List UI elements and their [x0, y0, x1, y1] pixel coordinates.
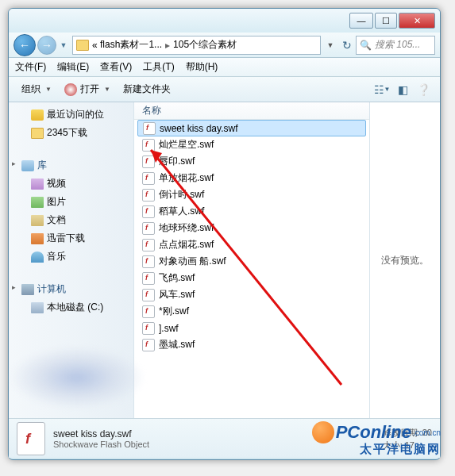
sidebar-item-music[interactable]: 音乐: [9, 248, 133, 266]
file-name-label: 单放烟花.swf: [159, 171, 214, 185]
menu-help[interactable]: 帮助(H): [186, 60, 218, 74]
file-row[interactable]: 倒计时.swf: [134, 186, 369, 203]
search-icon: 🔍: [360, 40, 372, 51]
computer-icon: [21, 284, 34, 295]
file-type-icon: [17, 422, 45, 455]
menu-tools[interactable]: 工具(T): [143, 60, 174, 74]
recent-icon: [31, 109, 44, 121]
file-row[interactable]: 单放烟花.swf: [134, 170, 369, 186]
file-name-label: 墨城.swf: [159, 338, 195, 351]
file-name-label: 倒计时.swf: [159, 188, 204, 202]
breadcrumb-2[interactable]: 105个综合素材: [173, 38, 237, 52]
swf-file-icon: [142, 205, 155, 218]
help-button[interactable]: ❔: [413, 81, 434, 98]
sidebar-item-computer[interactable]: ▸计算机: [9, 280, 133, 298]
minimize-button[interactable]: —: [349, 13, 373, 29]
open-button[interactable]: 打开 ▼: [58, 80, 117, 98]
watermark-brand: PConline: [336, 422, 411, 443]
expand-icon[interactable]: ▸: [12, 159, 16, 167]
selected-file-type: Shockwave Flash Object: [53, 440, 149, 449]
address-bar[interactable]: « flash素材一1... ▸ 105个综合素材: [72, 36, 321, 55]
preview-pane: 没有预览。: [370, 102, 440, 418]
music-icon: [31, 251, 44, 263]
file-row[interactable]: 飞鸽.swf: [134, 270, 369, 286]
sidebar-item-localdisk[interactable]: 本地磁盘 (C:): [9, 298, 133, 317]
picture-icon: [31, 197, 44, 208]
selected-file-name: sweet kiss day.swf: [53, 428, 149, 440]
swf-file-icon: [142, 222, 155, 235]
sidebar-item-library[interactable]: ▸库: [9, 156, 133, 175]
watermark-cn: 太平洋电脑网: [312, 442, 441, 457]
sidebar-item-videos[interactable]: 视频: [9, 175, 133, 193]
sidebar-item-recent[interactable]: 最近访问的位: [9, 106, 133, 124]
file-name-label: ].swf: [159, 323, 179, 334]
close-button[interactable]: ✕: [399, 13, 435, 29]
menu-edit[interactable]: 编辑(E): [57, 60, 89, 74]
file-row[interactable]: ].swf: [134, 320, 369, 336]
file-list: 名称 sweet kiss day.swf灿烂星空.swf唇印.swf单放烟花.…: [134, 102, 370, 418]
swf-file-icon: [142, 255, 155, 268]
back-button[interactable]: ←: [13, 34, 36, 56]
chevron-down-icon: ▼: [104, 86, 110, 93]
file-name-label: 地球环绕.swf: [159, 221, 214, 235]
file-name-label: 唇印.swf: [159, 155, 195, 168]
video-icon: [31, 178, 44, 190]
menu-file[interactable]: 文件(F): [15, 60, 46, 74]
swf-file-icon: [142, 305, 155, 318]
disk-icon: [31, 302, 44, 313]
sidebar-item-xunlei[interactable]: 迅雷下载: [9, 229, 133, 248]
file-row[interactable]: 唇印.swf: [134, 153, 369, 170]
swf-file-icon: [142, 272, 155, 285]
swf-file-icon: [143, 122, 156, 135]
file-name-label: *刚.swf: [159, 305, 189, 318]
globe-icon: [312, 421, 334, 443]
menu-view[interactable]: 查看(V): [100, 60, 132, 74]
maximize-button[interactable]: ☐: [375, 13, 397, 29]
breadcrumb-separator: ▸: [165, 40, 170, 51]
newfolder-button[interactable]: 新建文件夹: [117, 80, 177, 98]
refresh-button[interactable]: ↻: [338, 36, 356, 54]
search-input[interactable]: 🔍 搜索 105...: [356, 36, 435, 55]
preview-empty-text: 没有预览。: [381, 254, 429, 267]
organize-button[interactable]: 组织 ▼: [15, 80, 58, 98]
view-options-button[interactable]: ☷▼: [372, 81, 392, 98]
menu-bar: 文件(F) 编辑(E) 查看(V) 工具(T) 帮助(H): [9, 58, 440, 77]
file-row[interactable]: *刚.swf: [134, 303, 369, 320]
file-name-label: 稻草人.swf: [159, 205, 204, 218]
watermark: PConline .com.cn 太平洋电脑网: [312, 421, 441, 457]
folder-icon: [31, 128, 44, 139]
swf-file-icon: [142, 239, 155, 251]
file-row[interactable]: sweet kiss day.swf: [137, 120, 366, 136]
swf-file-icon: [142, 139, 155, 152]
folder-icon: [76, 40, 89, 51]
column-header-name[interactable]: 名称: [134, 102, 369, 120]
sidebar-item-downloads[interactable]: 2345下载: [9, 124, 133, 142]
breadcrumb-1[interactable]: flash素材一1...: [100, 38, 162, 52]
preview-pane-button[interactable]: ◧: [392, 81, 413, 98]
file-row[interactable]: 风车.swf: [134, 286, 369, 303]
expand-icon[interactable]: ▸: [12, 283, 16, 291]
nav-history-dropdown[interactable]: ▼: [58, 41, 69, 49]
file-name-label: 点点烟花.swf: [159, 238, 214, 251]
sidebar-item-pictures[interactable]: 图片: [9, 193, 133, 211]
sidebar-item-documents[interactable]: 文档: [9, 211, 133, 229]
file-row[interactable]: 地球环绕.swf: [134, 220, 369, 236]
watermark-suffix: .com.cn: [413, 428, 441, 437]
file-row[interactable]: 墨城.swf: [134, 336, 369, 353]
breadcrumb-prefix: «: [92, 40, 98, 51]
swf-file-icon: [142, 189, 155, 202]
titlebar: — ☐ ✕: [9, 9, 440, 33]
flash-icon: [64, 83, 77, 96]
file-row[interactable]: 灿烂星空.swf: [134, 136, 369, 153]
file-row[interactable]: 点点烟花.swf: [134, 236, 369, 253]
nav-bar: ← → ▼ « flash素材一1... ▸ 105个综合素材 ▼ ↻ 🔍 搜索…: [9, 33, 440, 58]
swf-file-icon: [142, 289, 155, 301]
file-row[interactable]: 对象动画 船.swf: [134, 253, 369, 270]
newfolder-label: 新建文件夹: [123, 83, 171, 96]
open-label: 打开: [80, 83, 99, 96]
address-dropdown[interactable]: ▼: [324, 41, 337, 49]
file-row[interactable]: 稻草人.swf: [134, 203, 369, 220]
library-icon: [21, 160, 34, 171]
swf-file-icon: [142, 155, 155, 168]
forward-button[interactable]: →: [37, 36, 56, 55]
